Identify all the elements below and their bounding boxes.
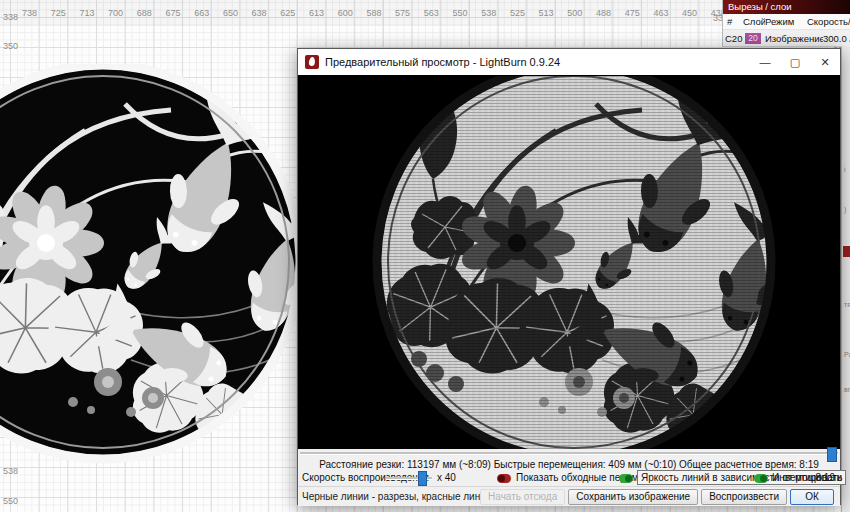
cuts-layers-panel-title: Вырезы / слои: [723, 0, 850, 14]
ruler-label: 600: [338, 8, 353, 18]
ruler-label: 725: [51, 8, 66, 18]
preview-artwork-koi-lotus: [298, 76, 840, 449]
sliver-text-fragment: вп: [844, 386, 850, 393]
save-image-button[interactable]: Сохранить изображение: [568, 489, 698, 505]
ruler-label: 575: [395, 8, 410, 18]
ruler-label: 650: [223, 8, 238, 18]
ruler-label: 738: [22, 8, 37, 18]
ruler-label: 488: [596, 8, 611, 18]
ruler-label: 700: [108, 8, 123, 18]
right-dock-sliver: і)тяРавп: [841, 46, 850, 512]
preview-window-title: Предварительный просмотр - LightBurn 0.9…: [325, 56, 750, 68]
layer-id: C20: [723, 33, 745, 44]
col-mode: Режим: [765, 16, 807, 27]
playback-slider-groove: [300, 452, 838, 455]
preview-titlebar[interactable]: Предварительный просмотр - LightBurn 0.9…: [298, 49, 840, 76]
layer-color-badge[interactable]: 20: [745, 33, 761, 44]
lightburn-logo-icon: [305, 55, 319, 69]
ruler-label: 450: [682, 8, 697, 18]
ruler-label: 475: [625, 8, 640, 18]
toggle-knob: [625, 475, 632, 482]
ruler-label: 500: [567, 8, 582, 18]
playback-speed-slider[interactable]: [386, 477, 432, 480]
sliver-text-fragment: ): [844, 206, 846, 213]
layer-speed: 300.0 / 20.0: [823, 33, 850, 44]
ruler-label: 613: [309, 8, 324, 18]
playback-slider-handle[interactable]: [827, 447, 837, 462]
ruler-label: 588: [366, 8, 381, 18]
toggle-knob: [760, 475, 767, 482]
ruler-label: 550: [3, 496, 18, 506]
ruler-label: 688: [137, 8, 152, 18]
sliver-red-button-fragment: [843, 246, 850, 257]
start-here-button[interactable]: Начать отсюда: [480, 489, 565, 505]
ruler-label: 550: [453, 8, 468, 18]
playback-position-slider[interactable]: [298, 449, 840, 458]
sliver-text-fragment: Ра: [844, 351, 850, 358]
ruler-label: 350: [3, 41, 18, 51]
sliver-text-fragment: тя: [844, 301, 850, 308]
play-button[interactable]: Воспроизвести: [701, 489, 787, 505]
minimize-button[interactable]: —: [750, 50, 780, 75]
ruler-label: 338: [3, 12, 18, 22]
show-traversals-toggle[interactable]: [497, 474, 511, 483]
ruler-label: 638: [252, 8, 267, 18]
close-button[interactable]: ✕: [810, 50, 840, 75]
ruler-label: 463: [653, 8, 668, 18]
legend-text: Черные линии - разрезы, красные линии - …: [298, 491, 480, 502]
ruler-label: 538: [481, 8, 496, 18]
layer-mode: Изображение: [765, 33, 823, 44]
ok-button[interactable]: ОК: [790, 489, 834, 505]
playback-speed-value: x 40: [437, 472, 456, 483]
col-hash: #: [723, 16, 743, 27]
ruler-label: 663: [194, 8, 209, 18]
ruler-label: 625: [280, 8, 295, 18]
cuts-layers-panel: Вырезы / слои # Слой Режим Скорость/мо C…: [722, 0, 850, 47]
layer-row[interactable]: C20 20 Изображение 300.0 / 20.0: [723, 30, 850, 46]
total-time-value: 8:19: [816, 472, 835, 483]
maximize-button[interactable]: ▢: [780, 50, 810, 75]
ruler-label: 513: [539, 8, 554, 18]
ruler-label: 563: [424, 8, 439, 18]
layers-column-headers: # Слой Режим Скорость/мо: [723, 14, 850, 30]
preview-canvas: [298, 76, 840, 449]
preview-window: Предварительный просмотр - LightBurn 0.9…: [297, 48, 841, 505]
controls-row: Скорость воспроизведения x 40 Показать о…: [298, 471, 840, 487]
col-layer: Слой: [743, 16, 765, 27]
invert-toggle[interactable]: [754, 474, 768, 483]
ruler-label: 675: [166, 8, 181, 18]
toggle-knob: [498, 475, 505, 482]
sliver-text-fragment: і: [844, 166, 846, 173]
ruler-label: 713: [79, 8, 94, 18]
legend-row: Черные линии - разрезы, красные линии - …: [298, 486, 840, 506]
playback-speed-handle[interactable]: [418, 471, 427, 486]
brightness-by-power-toggle[interactable]: [619, 474, 633, 483]
ruler-label: 525: [510, 8, 525, 18]
col-speed: Скорость/мо: [807, 16, 850, 27]
preview-bottom-panel: Расстояние резки: 113197 мм (~8:09) Быст…: [298, 449, 840, 506]
